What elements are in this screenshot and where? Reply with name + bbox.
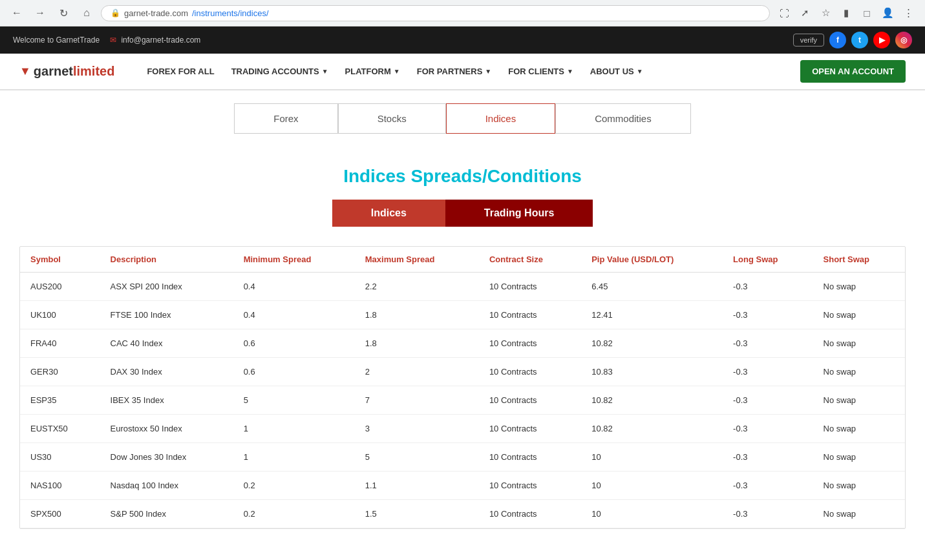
- screenshot-button[interactable]: ⛶: [775, 4, 793, 22]
- col-description: Description: [100, 247, 233, 273]
- cell-3-5: 10.83: [581, 358, 723, 386]
- table-container: Symbol Description Minimum Spread Maximu…: [19, 246, 906, 529]
- youtube-icon[interactable]: ▶: [873, 32, 890, 48]
- cell-7-6: -0.3: [723, 472, 813, 500]
- cell-1-3: 1.8: [355, 301, 479, 329]
- cell-8-6: -0.3: [723, 500, 813, 528]
- table-row: FRA40CAC 40 Index0.61.810 Contracts10.82…: [20, 329, 905, 358]
- cell-6-6: -0.3: [723, 443, 813, 472]
- main-nav: ▼ garnet limited FOREX FOR ALL TRADING A…: [0, 54, 925, 90]
- home-button[interactable]: ⌂: [78, 4, 96, 22]
- cell-8-3: 1.5: [355, 500, 479, 528]
- col-long-swap: Long Swap: [723, 247, 813, 273]
- tab-commodities[interactable]: Commodities: [555, 103, 691, 134]
- cell-8-5: 10: [581, 500, 723, 528]
- table-body: AUS200ASX SPI 200 Index0.42.210 Contract…: [20, 273, 905, 528]
- nav-for-clients[interactable]: FOR CLIENTS ▼: [502, 61, 580, 81]
- table-row: EUSTX50Eurostoxx 50 Index1310 Contracts1…: [20, 415, 905, 443]
- chevron-down-icon: ▼: [567, 68, 573, 75]
- nav-forex-for-all[interactable]: FOREX FOR ALL: [140, 61, 220, 81]
- logo-limited: limited: [73, 64, 114, 79]
- cell-1-2: 0.4: [233, 301, 355, 329]
- nav-about-us[interactable]: ABOUT US ▼: [584, 61, 650, 81]
- cell-1-6: -0.3: [723, 301, 813, 329]
- tab-stocks[interactable]: Stocks: [338, 103, 446, 134]
- top-bar: Welcome to GarnetTrade ✉ info@garnet-tra…: [0, 26, 925, 54]
- menu-button[interactable]: ⋮: [899, 4, 917, 22]
- cell-7-4: 10 Contracts: [479, 472, 581, 500]
- cell-6-2: 1: [233, 443, 355, 472]
- cell-3-1: DAX 30 Index: [100, 358, 233, 386]
- twitter-icon[interactable]: t: [851, 32, 868, 48]
- verify-button[interactable]: verify: [793, 34, 824, 47]
- tab-indices[interactable]: Indices: [446, 103, 556, 134]
- cell-2-5: 10.82: [581, 329, 723, 358]
- url-path: /instruments/indices/: [192, 8, 269, 18]
- table-row: NAS100Nasdaq 100 Index0.21.110 Contracts…: [20, 472, 905, 500]
- table-row: GER30DAX 30 Index0.6210 Contracts10.83-0…: [20, 358, 905, 386]
- cell-6-4: 10 Contracts: [479, 443, 581, 472]
- extensions-button[interactable]: ▮: [837, 4, 855, 22]
- forward-button[interactable]: →: [31, 4, 49, 22]
- address-bar[interactable]: 🔒 garnet-trade.com /instruments/indices/: [101, 5, 770, 21]
- nav-platform[interactable]: PLATFORM ▼: [339, 61, 407, 81]
- email-icon: ✉: [110, 36, 116, 45]
- lock-icon: 🔒: [111, 8, 120, 17]
- cell-3-7: No swap: [813, 358, 905, 386]
- cell-2-7: No swap: [813, 329, 905, 358]
- col-short-swap: Short Swap: [813, 247, 905, 273]
- cell-2-4: 10 Contracts: [479, 329, 581, 358]
- cell-7-7: No swap: [813, 472, 905, 500]
- sub-tab-indices[interactable]: Indices: [332, 200, 445, 227]
- col-min-spread: Minimum Spread: [233, 247, 355, 273]
- cell-5-6: -0.3: [723, 415, 813, 443]
- cell-8-1: S&P 500 Index: [100, 500, 233, 528]
- cell-0-0: AUS200: [20, 273, 100, 301]
- logo[interactable]: ▼ garnet limited: [19, 64, 114, 79]
- window-button[interactable]: □: [858, 4, 876, 22]
- email-separator: ✉ info@garnet-trade.com: [110, 36, 200, 45]
- url-domain: garnet-trade.com: [124, 8, 188, 18]
- back-button[interactable]: ←: [8, 4, 26, 22]
- tab-forex[interactable]: Forex: [234, 103, 337, 134]
- cell-2-1: CAC 40 Index: [100, 329, 233, 358]
- cell-1-0: UK100: [20, 301, 100, 329]
- cell-0-7: No swap: [813, 273, 905, 301]
- chevron-down-icon: ▼: [637, 68, 643, 75]
- browser-actions: ⛶ ➚ ☆ ▮ □ 👤 ⋮: [775, 4, 917, 22]
- instagram-icon[interactable]: ◎: [895, 32, 912, 48]
- nav-items: FOREX FOR ALL TRADING ACCOUNTS ▼ PLATFOR…: [140, 61, 800, 81]
- table-row: AUS200ASX SPI 200 Index0.42.210 Contract…: [20, 273, 905, 301]
- table-header: Symbol Description Minimum Spread Maximu…: [20, 247, 905, 273]
- facebook-icon[interactable]: f: [829, 32, 846, 48]
- cell-4-6: -0.3: [723, 386, 813, 415]
- cell-5-1: Eurostoxx 50 Index: [100, 415, 233, 443]
- refresh-button[interactable]: ↻: [54, 4, 72, 22]
- cell-0-1: ASX SPI 200 Index: [100, 273, 233, 301]
- cell-3-4: 10 Contracts: [479, 358, 581, 386]
- cell-7-3: 1.1: [355, 472, 479, 500]
- cell-0-5: 6.45: [581, 273, 723, 301]
- cell-4-7: No swap: [813, 386, 905, 415]
- cell-5-4: 10 Contracts: [479, 415, 581, 443]
- cell-8-4: 10 Contracts: [479, 500, 581, 528]
- cell-6-3: 5: [355, 443, 479, 472]
- email-address[interactable]: info@garnet-trade.com: [121, 36, 200, 45]
- profile-button[interactable]: 👤: [878, 4, 897, 22]
- open-account-button[interactable]: OPEN AN ACCOUNT: [800, 60, 906, 83]
- cell-5-5: 10.82: [581, 415, 723, 443]
- nav-trading-accounts[interactable]: TRADING ACCOUNTS ▼: [225, 61, 335, 81]
- cell-6-1: Dow Jones 30 Index: [100, 443, 233, 472]
- sub-tabs: Indices Trading Hours: [19, 200, 906, 227]
- nav-for-partners[interactable]: FOR PARTNERS ▼: [410, 61, 498, 81]
- bookmark-button[interactable]: ☆: [816, 4, 835, 22]
- share-button[interactable]: ➚: [796, 4, 814, 22]
- table-row: UK100FTSE 100 Index0.41.810 Contracts12.…: [20, 301, 905, 329]
- cell-1-4: 10 Contracts: [479, 301, 581, 329]
- sub-tab-trading-hours[interactable]: Trading Hours: [445, 200, 593, 227]
- col-symbol: Symbol: [20, 247, 100, 273]
- cell-4-3: 7: [355, 386, 479, 415]
- table-header-row: Symbol Description Minimum Spread Maximu…: [20, 247, 905, 273]
- cell-4-0: ESP35: [20, 386, 100, 415]
- cell-5-3: 3: [355, 415, 479, 443]
